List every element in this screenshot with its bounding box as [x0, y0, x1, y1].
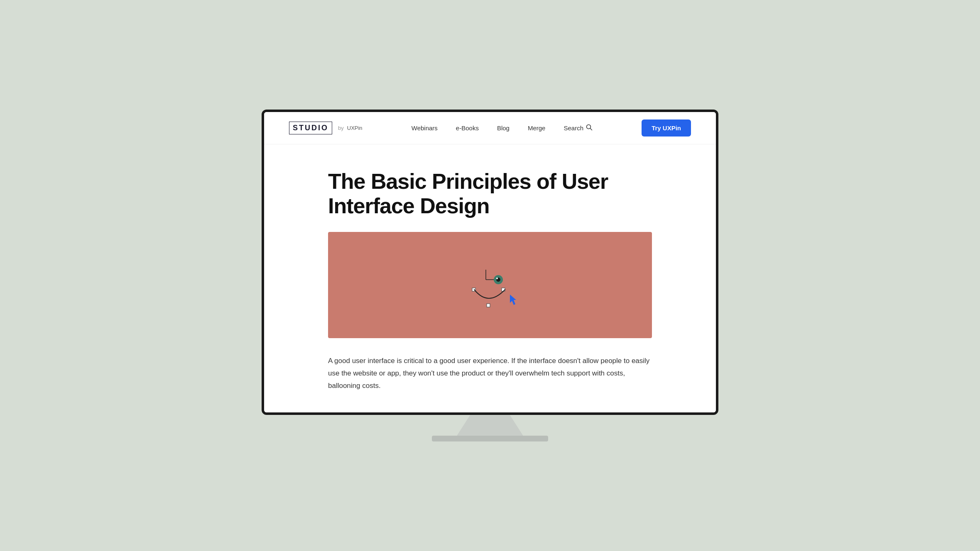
- search-label: Search: [564, 124, 583, 132]
- svg-line-1: [590, 128, 592, 130]
- monitor-screen: STUDIO by UXPin Webinars e-Books Blog Me…: [262, 110, 718, 415]
- monitor-wrapper: STUDIO by UXPin Webinars e-Books Blog Me…: [262, 110, 718, 442]
- article-body: A good user interface is critical to a g…: [328, 355, 652, 392]
- content-area: The Basic Principles of User Interface D…: [303, 144, 677, 413]
- search-icon: [586, 124, 593, 132]
- svg-marker-10: [510, 295, 516, 305]
- monitor-base: [432, 436, 548, 441]
- hero-image: [328, 232, 652, 338]
- svg-rect-6: [487, 304, 490, 307]
- hero-illustration: [453, 258, 527, 312]
- svg-point-9: [496, 278, 498, 279]
- logo-studio: STUDIO: [289, 122, 332, 134]
- logo-by: by: [338, 125, 344, 131]
- logo-uxpin: UXPin: [347, 125, 363, 131]
- nav-item-ebooks[interactable]: e-Books: [456, 124, 479, 132]
- search-nav-item[interactable]: Search: [564, 124, 593, 132]
- nav-item-merge[interactable]: Merge: [528, 124, 546, 132]
- nav-links: Webinars e-Books Blog Merge Search: [412, 124, 593, 132]
- nav-item-blog[interactable]: Blog: [497, 124, 510, 132]
- navbar: STUDIO by UXPin Webinars e-Books Blog Me…: [264, 112, 716, 144]
- monitor-stand: [457, 415, 523, 436]
- article-title: The Basic Principles of User Interface D…: [328, 169, 652, 219]
- nav-item-webinars[interactable]: Webinars: [412, 124, 438, 132]
- try-uxpin-button[interactable]: Try UXPin: [642, 119, 691, 137]
- logo-area[interactable]: STUDIO by UXPin: [289, 122, 363, 134]
